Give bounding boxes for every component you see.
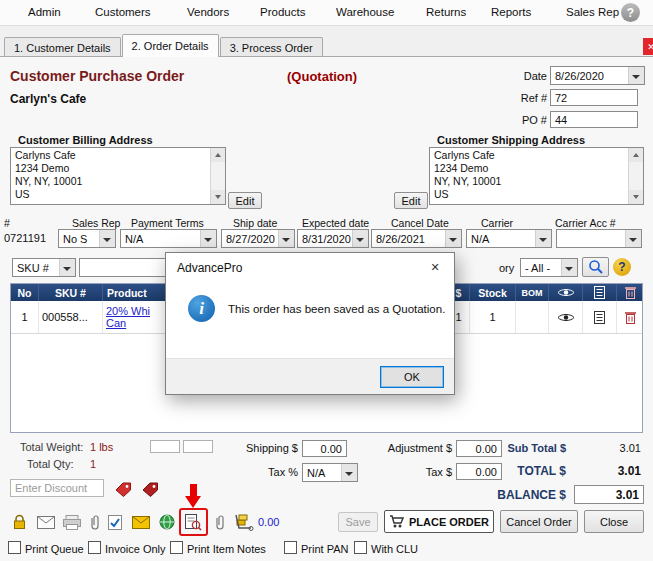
billing-address-box[interactable]: Carlyns Cafe 1234 Demo NY, NY, 10001 US <box>10 147 226 205</box>
date-label: Date <box>505 70 547 82</box>
menu-sales-rep[interactable]: Sales Rep <box>566 6 619 18</box>
menu-products[interactable]: Products <box>260 6 305 18</box>
scroll-down-icon[interactable] <box>629 190 643 204</box>
attachment-button-2[interactable] <box>211 511 227 533</box>
web-button[interactable] <box>155 511 178 533</box>
cancel-date-value: 8/26/2021 <box>376 233 425 245</box>
billing-edit-button[interactable]: Edit <box>228 192 262 209</box>
order-id-value: 0721191 <box>4 232 46 244</box>
place-order-button[interactable]: PLACE ORDER <box>384 510 494 533</box>
menu-returns[interactable]: Returns <box>426 6 466 18</box>
email-button[interactable] <box>34 511 57 533</box>
dialog-close-icon[interactable]: ✕ <box>416 253 454 282</box>
search-button[interactable] <box>582 257 609 277</box>
cell-visibility[interactable] <box>549 301 583 333</box>
col-bom: BOM <box>516 284 549 301</box>
cancel-date-select[interactable]: 8/26/2021 <box>371 229 462 248</box>
menu-warehouse[interactable]: Warehouse <box>336 6 394 18</box>
checklist-button[interactable] <box>103 511 126 533</box>
tab-customer-details[interactable]: 1. Customer Details <box>4 37 121 57</box>
ok-button[interactable]: OK <box>380 366 444 388</box>
sales-rep-select[interactable]: No S <box>58 229 116 248</box>
payment-terms-select[interactable]: N/A <box>120 229 217 248</box>
shipping-scrollbar[interactable] <box>628 148 643 204</box>
shipping-amount-label: Shipping $ <box>238 442 298 454</box>
close-icon[interactable]: ✕ <box>643 38 653 55</box>
sku-select[interactable]: SKU # <box>12 258 76 277</box>
print-pan-checkbox[interactable] <box>284 541 297 554</box>
cart-button[interactable] <box>232 511 258 533</box>
scroll-down-icon[interactable] <box>211 190 225 204</box>
tab-process-order[interactable]: 3. Process Order <box>220 37 323 57</box>
po-field[interactable]: 44 <box>550 111 638 128</box>
adjustment-field[interactable]: 0.00 <box>456 440 502 457</box>
shipping-edit-button[interactable]: Edit <box>394 192 428 209</box>
item-search-input[interactable] <box>79 258 179 277</box>
cell-notes[interactable] <box>583 301 617 333</box>
cell-sku: 000558... <box>39 301 103 333</box>
eye-icon <box>557 312 575 323</box>
balance-field: 3.01 <box>574 485 644 504</box>
col-visibility <box>549 284 583 301</box>
menu-reports[interactable]: Reports <box>491 6 531 18</box>
ref-field[interactable]: 72 <box>550 89 638 106</box>
attachment-button[interactable] <box>86 511 102 533</box>
date-select[interactable]: 8/26/2020 <box>550 66 645 85</box>
place-order-label: PLACE ORDER <box>409 516 489 528</box>
expected-date-select[interactable]: 8/31/2020 <box>297 229 369 248</box>
print-item-notes-checkbox[interactable] <box>170 541 183 554</box>
category-select[interactable]: - All - <box>520 258 578 277</box>
menu-customers[interactable]: Customers <box>95 6 151 18</box>
total-weight-label: Total Weight: <box>20 441 83 453</box>
tabs-container: 1. Customer Details 2. Order Details 3. … <box>4 34 323 57</box>
small-field-2[interactable] <box>183 440 213 453</box>
sales-rep-value: No S <box>63 233 87 245</box>
trash-icon <box>625 311 636 324</box>
scroll-up-icon[interactable] <box>629 148 643 162</box>
advancepro-window: Admin Customers Vendors Products Warehou… <box>0 0 653 561</box>
discount-tag-button-2[interactable] <box>139 478 162 500</box>
tax-pct-value: N/A <box>307 467 325 479</box>
print-button[interactable] <box>60 511 83 533</box>
with-clu-checkbox[interactable] <box>354 541 367 554</box>
total-value: 3.01 <box>580 464 641 478</box>
cancel-order-button[interactable]: Cancel Order <box>500 510 578 533</box>
close-button[interactable]: Close <box>584 510 644 533</box>
menu-vendors[interactable]: Vendors <box>187 6 229 18</box>
discount-input[interactable]: Enter Discount <box>10 479 104 497</box>
product-link-line2[interactable]: Can <box>106 317 126 329</box>
paperclip-icon <box>89 514 100 530</box>
shipping-line3: NY, NY, 10001 <box>434 175 639 188</box>
envelope-icon <box>37 516 55 529</box>
billing-scrollbar[interactable] <box>210 148 225 204</box>
item-help-icon[interactable]: ? <box>613 258 631 276</box>
envelope-icon <box>132 516 150 529</box>
scroll-up-icon[interactable] <box>211 148 225 162</box>
invoice-only-checkbox[interactable] <box>88 541 101 554</box>
help-icon[interactable]: ? <box>621 3 640 22</box>
carrier-acc-select[interactable] <box>556 229 642 248</box>
discount-tag-button-1[interactable] <box>112 478 135 500</box>
quotation-button-highlighted[interactable] <box>179 508 208 536</box>
small-field-1[interactable] <box>150 440 180 453</box>
cell-bom <box>516 301 549 333</box>
shipping-amount-field[interactable]: 0.00 <box>302 440 347 457</box>
lock-button[interactable] <box>8 511 31 533</box>
cell-delete[interactable] <box>617 301 644 333</box>
carrier-select[interactable]: N/A <box>466 229 552 248</box>
quotation-badge: (Quotation) <box>287 69 357 84</box>
menu-admin[interactable]: Admin <box>28 6 61 18</box>
send-mail-button[interactable] <box>129 511 152 533</box>
order-id-label: # <box>4 217 10 229</box>
billing-line1: Carlyns Cafe <box>15 149 221 162</box>
save-button[interactable]: Save <box>338 512 378 532</box>
ship-date-select[interactable]: 8/27/2020 <box>221 229 295 248</box>
ship-date-label: Ship date <box>233 217 277 229</box>
product-link-line1[interactable]: 20% Whi <box>106 305 150 317</box>
shipping-address-box[interactable]: Carlyns Cafe 1234 Demo NY, NY, 10001 US <box>429 147 644 205</box>
with-clu-label: With CLU <box>371 543 418 555</box>
tax-pct-select[interactable]: N/A <box>302 463 358 482</box>
tab-order-details[interactable]: 2. Order Details <box>122 34 219 57</box>
tax-pct-label: Tax % <box>252 466 298 478</box>
print-queue-checkbox[interactable] <box>8 541 21 554</box>
